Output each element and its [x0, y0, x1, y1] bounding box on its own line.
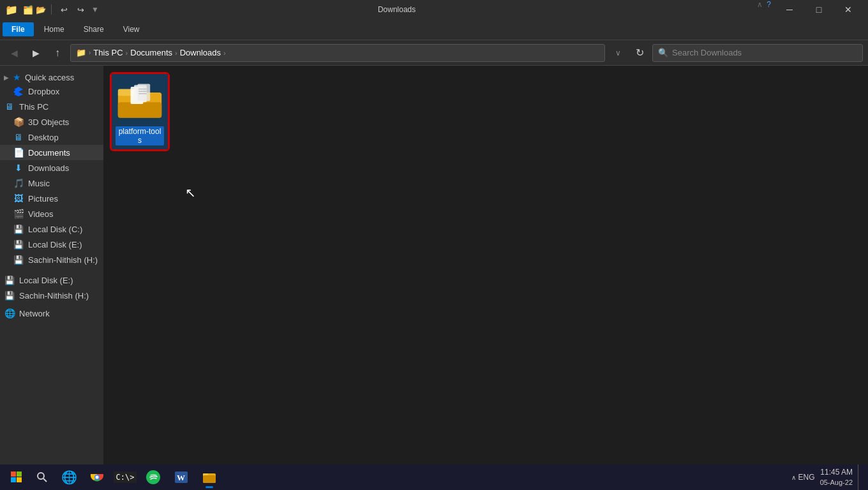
taskbar-search-button[interactable] — [31, 466, 54, 489]
taskbar-right: ∧ ENG 11:45 AM 05-Aug-22 — [791, 464, 863, 490]
show-desktop-button[interactable] — [858, 464, 863, 490]
chrome-icon — [90, 470, 104, 484]
tab-file[interactable]: File — [3, 22, 34, 36]
sidebar-item-label: Sachin-Nithish (H:) — [28, 255, 98, 265]
sidebar-item-3d-objects[interactable]: 📦 3D Objects — [0, 114, 103, 130]
sidebar-item-local-disk-c[interactable]: 💾 Local Disk (C:) — [0, 221, 103, 237]
taskbar-app-chrome[interactable] — [84, 464, 110, 490]
drive-c-icon: 💾 — [13, 223, 24, 235]
breadcrumb-documents[interactable]: Documents — [130, 48, 172, 57]
refresh-button[interactable]: ∨ — [609, 44, 627, 62]
main-layout: ▶ ★ Quick access Dropbox 🖥 This PC 📦 3D … — [0, 66, 868, 473]
sidebar-item-local-disk-e2[interactable]: 💾 Local Disk (E:) — [0, 272, 103, 288]
sidebar-item-downloads[interactable]: ⬇ Downloads — [0, 160, 103, 175]
systray: ∧ ENG — [791, 473, 815, 482]
clock-time: 11:45 AM — [820, 468, 853, 478]
svg-rect-12 — [17, 471, 22, 477]
taskbar-app-word[interactable]: W — [168, 464, 194, 490]
sidebar-item-sachin-h2[interactable]: 💾 Sachin-Nithish (H:) — [0, 288, 103, 303]
tab-home[interactable]: Home — [35, 22, 73, 36]
documents-icon: 📄 — [13, 147, 24, 158]
back-button[interactable]: ◀ — [5, 44, 23, 62]
sidebar-item-desktop[interactable]: 🖥 Desktop — [0, 130, 103, 145]
sidebar-item-label: Documents — [28, 148, 70, 158]
file-explorer-icon — [202, 470, 216, 484]
tab-share[interactable]: Share — [75, 22, 113, 36]
3d-objects-icon: 📦 — [13, 116, 24, 128]
start-button[interactable] — [5, 466, 28, 489]
svg-point-19 — [96, 476, 99, 479]
drive-e2-icon: 💾 — [4, 274, 15, 286]
sidebar-item-label: Pictures — [28, 194, 58, 204]
taskbar-app-file-explorer[interactable] — [197, 464, 222, 490]
sidebar-item-pictures[interactable]: 🖼 Pictures — [0, 191, 103, 206]
word-icon: W — [174, 470, 188, 484]
minimize-button[interactable]: ─ — [775, 0, 804, 19]
svg-rect-11 — [11, 471, 16, 477]
sidebar-item-label: Network — [19, 309, 50, 318]
svg-point-15 — [38, 473, 44, 479]
drive-h-icon: 💾 — [13, 254, 24, 265]
breadcrumb-thispc[interactable]: This PC — [93, 48, 123, 57]
cursor: ↖ — [185, 185, 196, 200]
network-icon: 🌐 — [4, 308, 15, 319]
file-grid: platform-tools — [111, 73, 860, 150]
tab-view[interactable]: View — [114, 22, 149, 36]
breadcrumb-downloads[interactable]: Downloads — [180, 48, 221, 57]
active-app-indicator — [206, 486, 213, 488]
computer-icon: 🖥 — [4, 101, 15, 112]
music-icon: 🎵 — [13, 177, 24, 189]
svg-rect-7 — [137, 84, 150, 101]
ribbon-tabs: File Home Share View — [0, 19, 868, 40]
svg-rect-13 — [11, 477, 16, 482]
sidebar-item-label: Local Disk (C:) — [28, 225, 82, 234]
sidebar-item-local-disk-e[interactable]: 💾 Local Disk (E:) — [0, 237, 103, 252]
clock-date: 05-Aug-22 — [820, 478, 853, 487]
taskbar-clock[interactable]: 11:45 AM 05-Aug-22 — [820, 468, 853, 487]
sidebar-item-label: Dropbox — [28, 87, 59, 96]
title-bar: 📁 🗂️ 📂 ↩ ↪ ▼ Downloads ∧ ? ─ □ ✕ — [0, 0, 868, 19]
lang-label: ENG — [798, 473, 815, 482]
sidebar-item-label: Videos — [28, 209, 54, 219]
taskbar-app-terminal[interactable]: C:\> — [112, 464, 138, 490]
file-item-platform-tools[interactable]: platform-tools — [111, 73, 168, 150]
address-bar: ◀ ▶ ↑ 📁 › This PC › Documents › Download… — [0, 40, 868, 66]
title-bar-title: Downloads — [40, 5, 753, 14]
sidebar: ▶ ★ Quick access Dropbox 🖥 This PC 📦 3D … — [0, 66, 103, 473]
sidebar-item-label: Quick access — [25, 73, 74, 82]
sidebar-item-music[interactable]: 🎵 Music — [0, 175, 103, 191]
taskbar: 🌐 C:\> W — [0, 464, 868, 490]
forward-button[interactable]: ▶ — [27, 44, 45, 62]
sidebar-item-network[interactable]: 🌐 Network — [0, 306, 103, 321]
sidebar-item-videos[interactable]: 🎬 Videos — [0, 206, 103, 221]
sidebar-item-this-pc[interactable]: 🖥 This PC — [0, 99, 103, 114]
search-box[interactable]: 🔍 Search Downloads — [652, 44, 863, 62]
folder-icon: 📁 — [76, 48, 86, 57]
systray-chevron[interactable]: ∧ — [791, 474, 796, 481]
pictures-icon: 🖼 — [13, 193, 24, 204]
folder-icon-platform-tools — [117, 78, 163, 124]
maximize-button[interactable]: □ — [804, 0, 834, 19]
svg-rect-14 — [17, 477, 22, 482]
reload-button[interactable]: ↻ — [631, 44, 648, 62]
drive-h2-icon: 💾 — [4, 290, 15, 301]
videos-icon: 🎬 — [13, 208, 24, 219]
sidebar-item-label: 3D Objects — [28, 117, 69, 127]
taskbar-app-spotify[interactable] — [140, 464, 166, 490]
up-button[interactable]: ↑ — [49, 44, 66, 62]
spotify-icon — [146, 470, 160, 484]
sidebar-item-documents[interactable]: 📄 Documents — [0, 145, 103, 160]
content-area[interactable]: platform-tools ↖ — [103, 66, 868, 473]
close-button[interactable]: ✕ — [834, 0, 863, 19]
sidebar-item-sachin-h[interactable]: 💾 Sachin-Nithish (H:) — [0, 252, 103, 267]
address-path[interactable]: 📁 › This PC › Documents › Downloads › — [70, 44, 605, 62]
search-placeholder: Search Downloads — [672, 48, 742, 57]
sidebar-item-quick-access[interactable]: ▶ ★ Quick access — [0, 68, 103, 84]
sidebar-item-label: Music — [28, 179, 50, 188]
sidebar-item-label: This PC — [19, 102, 49, 112]
sidebar-item-dropbox[interactable]: Dropbox — [0, 84, 103, 99]
taskbar-app-edge[interactable]: 🌐 — [56, 464, 82, 490]
title-bar-controls: ∧ ? ─ □ ✕ — [757, 0, 863, 19]
ribbon: File Home Share View — [0, 19, 868, 40]
search-icon: 🔍 — [658, 48, 668, 57]
